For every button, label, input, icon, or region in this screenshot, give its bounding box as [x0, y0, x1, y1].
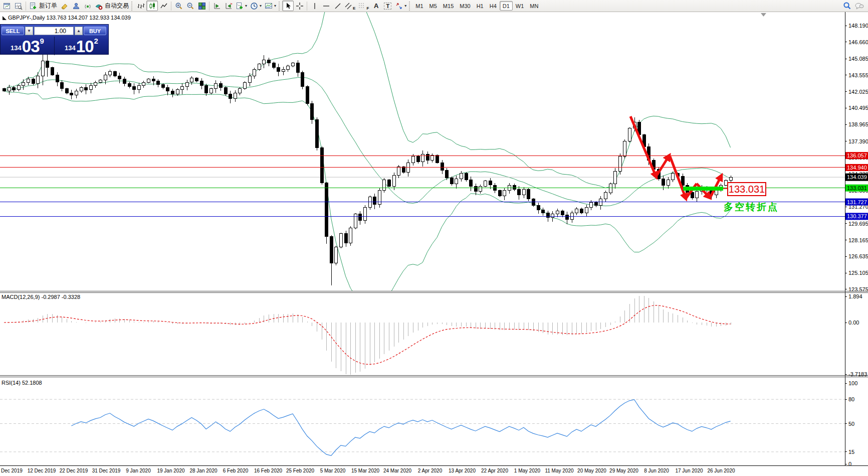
eraser-button[interactable]: [59, 1, 70, 11]
buy-price-display[interactable]: 134 10 2: [54, 37, 108, 55]
channel-tool-button[interactable]: E: [343, 1, 357, 11]
new-order-label: 新订单: [38, 2, 57, 10]
fibonacci-tool-button[interactable]: F: [357, 1, 370, 11]
signals-button[interactable]: [82, 1, 93, 11]
trend-arrow[interactable]: [657, 155, 670, 175]
volume-input[interactable]: [34, 27, 74, 35]
tab-timeframe-h4[interactable]: H4: [487, 1, 500, 11]
volume-decrease-button[interactable]: ▼: [25, 27, 33, 35]
candle: [176, 90, 179, 94]
zoom-out-button[interactable]: [184, 1, 196, 11]
tab-timeframe-d1[interactable]: D1: [500, 1, 513, 11]
zoom-out-icon: [186, 2, 194, 10]
community-button[interactable]: [70, 1, 82, 11]
toolbar-grip[interactable]: [279, 2, 280, 11]
tab-timeframe-mn[interactable]: MN: [527, 1, 541, 11]
toolbar-grip[interactable]: [131, 2, 133, 11]
svg-text:136.057: 136.057: [847, 152, 867, 158]
candle: [691, 193, 694, 198]
toolbar-grip[interactable]: [409, 2, 410, 11]
chart-area[interactable]: 148.190146.660145.085143.555142.025140.4…: [0, 0, 868, 476]
new-chart-button[interactable]: [1, 1, 13, 11]
period-button[interactable]: ▾: [249, 1, 263, 11]
channel-icon: [345, 2, 352, 10]
chat-icon[interactable]: [854, 2, 864, 10]
candle: [570, 213, 574, 220]
vertical-line-tool-button[interactable]: [309, 1, 320, 11]
crosshair-tool-button[interactable]: [294, 1, 305, 11]
buy-pips: 10: [76, 39, 94, 54]
svg-text:19 Jan 2020: 19 Jan 2020: [157, 468, 184, 473]
candle: [397, 167, 400, 176]
candle: [517, 190, 521, 195]
new-order-button[interactable]: 新订单: [28, 1, 59, 11]
zoom-in-button[interactable]: [173, 1, 184, 11]
sell-button[interactable]: SELL: [2, 27, 24, 35]
svg-text:129.695: 129.695: [848, 221, 868, 227]
cursor-tool-button[interactable]: [282, 1, 294, 11]
panel-frame: [0, 12, 868, 465]
chart-marker-icon: [3, 16, 7, 20]
svg-text:1 May 2020: 1 May 2020: [514, 468, 541, 473]
auto-scroll-button[interactable]: [211, 1, 223, 11]
tab-timeframe-m15[interactable]: M15: [440, 1, 457, 11]
sell-price-display[interactable]: 134 03 9: [1, 37, 54, 55]
chart-shift-marker[interactable]: [761, 13, 766, 17]
candle: [190, 78, 193, 82]
candle: [282, 69, 285, 71]
candle: [229, 94, 232, 99]
support-zone-bar[interactable]: [683, 187, 723, 191]
svg-text:128.165: 128.165: [848, 237, 868, 243]
search-icon[interactable]: [843, 2, 851, 10]
chart-shift-button[interactable]: [223, 1, 234, 11]
candle: [556, 211, 559, 214]
candle: [234, 93, 237, 98]
tab-timeframe-h1[interactable]: H1: [474, 1, 487, 11]
line-chart-type-button[interactable]: [158, 1, 169, 11]
candle: [436, 155, 439, 163]
tab-timeframe-m1[interactable]: M1: [412, 1, 426, 11]
trend-arrow[interactable]: [630, 116, 657, 178]
candle: [382, 180, 386, 190]
candle: [267, 60, 271, 63]
note-annotation-text[interactable]: 多空转折点: [724, 202, 779, 212]
volume-increase-button[interactable]: ▲: [75, 27, 83, 35]
candle: [695, 192, 699, 198]
horizontal-line-tool-button[interactable]: [320, 1, 332, 11]
person-icon: [72, 2, 80, 10]
bar-chart-type-button[interactable]: [135, 1, 146, 11]
candle: [51, 67, 54, 75]
tab-timeframe-w1[interactable]: W1: [513, 1, 527, 11]
candle: [537, 206, 540, 210]
autotrading-icon: [95, 2, 103, 10]
autotrading-button[interactable]: 自动交易: [93, 1, 130, 11]
tab-timeframe-m5[interactable]: M5: [426, 1, 440, 11]
trendline-tool-button[interactable]: [332, 1, 343, 11]
candle: [392, 176, 396, 186]
candle: [248, 76, 252, 82]
tile-windows-button[interactable]: [196, 1, 207, 11]
macd-indicator-label: MACD(12,26,9) -0.2987 -0.3328: [2, 294, 80, 300]
time-axis[interactable]: Dec 201912 Dec 201922 Dec 201931 Dec 201…: [1, 468, 735, 473]
text-label-tool-button[interactable]: T: [382, 1, 393, 11]
template-button[interactable]: ▾: [263, 1, 278, 11]
buy-button[interactable]: BUY: [84, 27, 106, 35]
add-indicator-button[interactable]: ▾: [234, 1, 249, 11]
trend-arrow[interactable]: [697, 184, 710, 198]
candle: [363, 208, 367, 221]
tab-timeframe-m30[interactable]: M30: [457, 1, 473, 11]
profiles-button[interactable]: [13, 1, 24, 11]
candle: [310, 104, 314, 120]
channel-letter: E: [353, 6, 355, 11]
candle: [166, 88, 169, 91]
one-click-trading-panel: SELL ▼ ▲ BUY 134 03 9 134 10 2: [0, 24, 109, 55]
text-tool-button[interactable]: A: [370, 1, 382, 11]
line-chart-icon: [160, 2, 168, 10]
sell-big-figure: 134: [11, 44, 22, 52]
price-axis[interactable]: 148.190146.660145.085143.555142.025140.4…: [845, 23, 868, 467]
arrows-tool-button[interactable]: ▾: [393, 1, 408, 11]
candle: [22, 82, 25, 85]
candle: [479, 186, 482, 192]
candlestick-chart-type-button[interactable]: [146, 1, 158, 11]
svg-text:133.031: 133.031: [847, 185, 867, 191]
